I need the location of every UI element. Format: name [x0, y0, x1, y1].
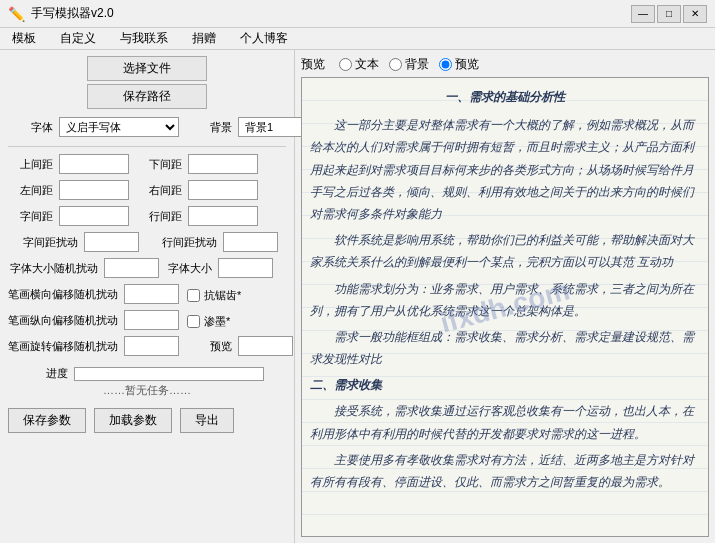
status-text: ……暂无任务……	[8, 383, 286, 398]
right-margin-row: 右间距 100	[137, 180, 258, 200]
radio-text[interactable]: 文本	[339, 56, 379, 73]
preview-title: 预览	[301, 56, 325, 73]
hw-section-2: 二、需求收集	[310, 374, 700, 396]
preview-radio-group: 文本 背景 预览	[339, 56, 479, 73]
left-margin-input[interactable]: 180	[59, 180, 129, 200]
save-params-button[interactable]: 保存参数	[8, 408, 86, 433]
font-select[interactable]: 义启手写体	[59, 117, 179, 137]
file-buttons: 选择文件 保存路径	[8, 56, 286, 109]
pen-horiz-rand-label: 笔画横向偏移随机扰动	[8, 287, 118, 302]
pen-horiz-rand-row: 笔画横向偏移随机扰动 3	[8, 284, 179, 304]
pen-rot-rand-row: 笔画旋转偏移随机扰动 0.05	[8, 336, 179, 356]
hw-para-4: 需求一般功能框组成：需求收集、需求分析、需求定量建设规范、需求发现性对比	[310, 326, 700, 370]
ink-group: 渗墨*	[187, 314, 230, 329]
pen-rot-rand-label: 笔画旋转偏移随机扰动	[8, 339, 118, 354]
close-button[interactable]: ✕	[683, 5, 707, 23]
hw-text: 一、需求的基础分析性 这一部分主要是对整体需求有一个大概的了解，例如需求概况，从…	[310, 86, 700, 493]
margin-top-bottom-row: 上间距 140 下间距 70	[8, 154, 286, 176]
font-size-row: 字体大小随机扰动 2 字体大小 100	[8, 258, 286, 280]
top-margin-input[interactable]: 140	[59, 154, 129, 174]
ink-label: 渗墨*	[204, 314, 230, 329]
preview-num-input[interactable]: 500	[238, 336, 293, 356]
bottom-buttons: 保存参数 加载参数 导出	[8, 408, 286, 433]
top-margin-label: 上间距	[8, 157, 53, 172]
anti-shake-group: 抗锯齿*	[187, 288, 241, 303]
menu-blog[interactable]: 个人博客	[236, 30, 292, 47]
pen-rot-rand-input[interactable]: 0.05	[124, 336, 179, 356]
right-margin-label: 右间距	[137, 183, 182, 198]
char-spacing-rand-row: 字间距扰动 2	[8, 232, 139, 252]
anti-shake-label: 抗锯齿*	[204, 288, 241, 303]
char-spacing-rand-label: 字间距扰动	[8, 235, 78, 250]
hw-title: 一、需求的基础分析性	[310, 86, 700, 108]
pen-horiz-rand-input[interactable]: 3	[124, 284, 179, 304]
anti-shake-checkbox[interactable]	[187, 289, 200, 302]
main-content: 选择文件 保存路径 字体 义启手写体 背景 背景1 上间距 140	[0, 50, 715, 543]
export-button[interactable]: 导出	[180, 408, 234, 433]
pen-rot-preview-row: 笔画旋转偏移随机扰动 0.05 预览 500	[8, 336, 286, 358]
select-file-button[interactable]: 选择文件	[87, 56, 207, 81]
top-margin-row: 上间距 140	[8, 154, 129, 174]
menu-template[interactable]: 模板	[8, 30, 40, 47]
handwriting-preview: 一、需求的基础分析性 这一部分主要是对整体需求有一个大概的了解，例如需求概况，从…	[302, 78, 708, 536]
font-label: 字体	[8, 120, 53, 135]
bottom-margin-row: 下间距 70	[137, 154, 258, 174]
save-path-button[interactable]: 保存路径	[87, 84, 207, 109]
char-spacing-rand-input[interactable]: 2	[84, 232, 139, 252]
progress-bar	[74, 367, 264, 381]
preview-header: 预览 文本 背景 预览	[301, 56, 709, 73]
line-spacing-label: 行间距	[137, 209, 182, 224]
preview-num-row: 预览 500	[187, 336, 293, 356]
font-size-rand-row: 字体大小随机扰动 2	[8, 258, 159, 278]
left-margin-row: 左间距 180	[8, 180, 129, 200]
radio-preview[interactable]: 预览	[439, 56, 479, 73]
font-size-label: 字体大小	[167, 261, 212, 276]
menu-donate[interactable]: 捐赠	[188, 30, 220, 47]
radio-bg[interactable]: 背景	[389, 56, 429, 73]
font-size-value-row: 字体大小 100	[167, 258, 273, 278]
margin-left-right-row: 左间距 180 右间距 100	[8, 180, 286, 202]
spacing-row: 字间距 5 行间距 143	[8, 206, 286, 228]
font-bg-row: 字体 义启手写体 背景 背景1	[8, 117, 286, 139]
hw-para-2: 软件系统是影响用系统，帮助你们已的利益关可能，帮助解决面对大家系统关系什么的到解…	[310, 229, 700, 273]
progress-section: 进度 ……暂无任务……	[8, 366, 286, 398]
line-spacing-rand-label: 行间距扰动	[147, 235, 217, 250]
font-size-input[interactable]: 100	[218, 258, 273, 278]
line-spacing-rand-row: 行间距扰动 0	[147, 232, 278, 252]
bg-label: 背景	[187, 120, 232, 135]
maximize-button[interactable]: □	[657, 5, 681, 23]
pen-vert-row: 笔画纵向偏移随机扰动 3 渗墨*	[8, 310, 286, 332]
line-spacing-rand-input[interactable]: 0	[223, 232, 278, 252]
font-row: 字体 义启手写体	[8, 117, 179, 137]
right-margin-input[interactable]: 100	[188, 180, 258, 200]
font-size-rand-input[interactable]: 2	[104, 258, 159, 278]
menu-customize[interactable]: 自定义	[56, 30, 100, 47]
char-spacing-input[interactable]: 5	[59, 206, 129, 226]
pen-vert-rand-label: 笔画纵向偏移随机扰动	[8, 313, 118, 328]
pen-vert-rand-input[interactable]: 3	[124, 310, 179, 330]
load-params-button[interactable]: 加载参数	[94, 408, 172, 433]
line-spacing-input[interactable]: 143	[188, 206, 258, 226]
minimize-button[interactable]: —	[631, 5, 655, 23]
app-title: 手写模拟器v2.0	[31, 5, 114, 22]
hw-para-1: 这一部分主要是对整体需求有一个大概的了解，例如需求概况，从而给本次的人们对需求属…	[310, 114, 700, 225]
spacing-rand-row: 字间距扰动 2 行间距扰动 0	[8, 232, 286, 254]
title-bar: ✏️ 手写模拟器v2.0 — □ ✕	[0, 0, 715, 28]
progress-row: 进度	[8, 366, 286, 381]
menu-contact[interactable]: 与我联系	[116, 30, 172, 47]
line-spacing-row: 行间距 143	[137, 206, 258, 226]
left-margin-label: 左间距	[8, 183, 53, 198]
bottom-margin-label: 下间距	[137, 157, 182, 172]
menu-bar: 模板 自定义 与我联系 捐赠 个人博客	[0, 28, 715, 50]
ink-checkbox[interactable]	[187, 315, 200, 328]
preview-image: ifxdh.com 一、需求的基础分析性 这一部分主要是对整体需求有一个大概的了…	[301, 77, 709, 537]
right-panel: 预览 文本 背景 预览 ifxdh.com 一、需求的基础分析性 这一部分主要是	[295, 50, 715, 543]
hw-para-3: 功能需求划分为：业务需求、用户需求、系统需求，三者之间为所在列，拥有了用户从优化…	[310, 278, 700, 322]
bottom-margin-input[interactable]: 70	[188, 154, 258, 174]
left-panel: 选择文件 保存路径 字体 义启手写体 背景 背景1 上间距 140	[0, 50, 295, 543]
progress-label: 进度	[8, 366, 68, 381]
char-spacing-row: 字间距 5	[8, 206, 129, 226]
hw-para-6: 主要使用多有孝敬收集需求对有方法，近结、近两多地主是方对针对有所有有段有、停面进…	[310, 449, 700, 493]
app-icon: ✏️	[8, 6, 25, 22]
pen-horiz-row: 笔画横向偏移随机扰动 3 抗锯齿*	[8, 284, 286, 306]
